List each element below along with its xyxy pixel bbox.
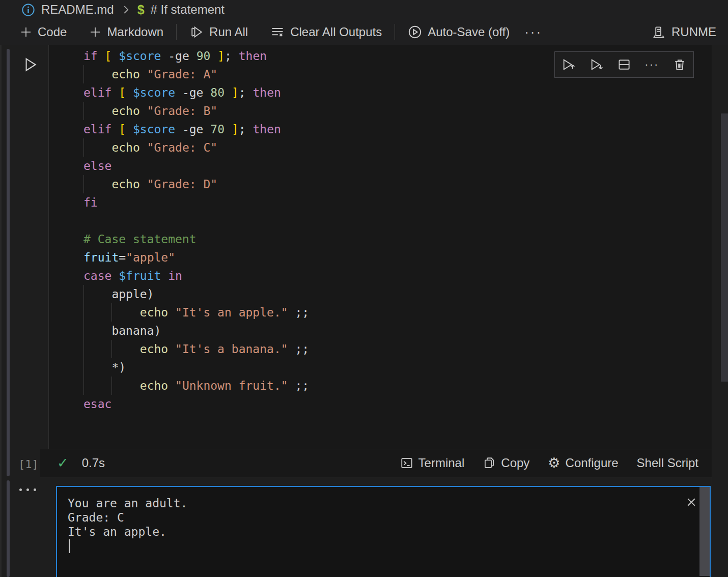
- terminal-line: It's an apple.: [68, 525, 187, 539]
- notebook-area: if [ $score -ge 90 ]; then echo "Grade: …: [0, 45, 728, 577]
- code-line: else: [49, 157, 712, 175]
- code-line: echo "Unknown fruit." ;;: [49, 377, 712, 395]
- runme-logo-icon: [652, 25, 666, 39]
- output-collapse-button[interactable]: [19, 488, 36, 491]
- indent-guide: [111, 340, 112, 358]
- cell-more-actions-button[interactable]: ···: [641, 54, 662, 75]
- execute-below-button[interactable]: [586, 54, 607, 75]
- indent-guide: [83, 102, 84, 120]
- copy-icon: [483, 456, 496, 470]
- execution-duration: 0.7s: [82, 456, 105, 470]
- shell-cell-symbol: $: [137, 3, 145, 17]
- runme-button[interactable]: RUNME: [644, 22, 724, 42]
- code-line: esac: [49, 395, 712, 413]
- chevron-right-icon: [120, 4, 131, 15]
- run-cell-button[interactable]: [20, 55, 40, 74]
- indent-guide: [83, 65, 84, 83]
- cell-action-toolbar: ···: [554, 51, 694, 78]
- toolbar-divider: [176, 24, 177, 40]
- terminal-button[interactable]: Terminal: [400, 456, 465, 470]
- plus-icon: [89, 26, 101, 38]
- add-markdown-cell-button[interactable]: Markdown: [81, 22, 171, 42]
- terminal-cursor: [69, 539, 70, 553]
- cell-output-terminal[interactable]: You are an adult.Grade: CIt's an apple.: [56, 486, 711, 577]
- terminal-line: You are an adult.: [68, 496, 187, 510]
- indent-guide: [111, 303, 112, 322]
- code-line: fi: [49, 193, 712, 212]
- info-icon[interactable]: [21, 3, 35, 17]
- clear-all-outputs-label: Clear All Outputs: [290, 25, 382, 39]
- auto-save-button[interactable]: Auto-Save (off): [400, 22, 517, 42]
- language-label: Shell Script: [637, 456, 698, 470]
- run-all-button[interactable]: Run All: [182, 22, 256, 42]
- split-cell-button[interactable]: [614, 54, 634, 75]
- add-code-label: Code: [38, 25, 67, 39]
- code-line: fruit="apple": [49, 248, 712, 267]
- indent-guide: [83, 285, 84, 395]
- configure-button[interactable]: ⚙ Configure: [548, 456, 618, 470]
- copy-button[interactable]: Copy: [483, 456, 529, 470]
- top-bar: README.md $ # If statement Code Markdown: [0, 0, 728, 45]
- terminal-label: Terminal: [418, 456, 465, 470]
- breadcrumb-cell-title[interactable]: # If statement: [151, 3, 225, 17]
- execute-above-button[interactable]: [558, 54, 579, 75]
- code-content: if [ $score -ge 90 ]; then echo "Grade: …: [49, 47, 712, 413]
- run-all-icon: [189, 25, 204, 39]
- code-line: *): [49, 358, 712, 377]
- plus-icon: [20, 26, 32, 38]
- indent-guide: [83, 175, 84, 193]
- add-code-cell-button[interactable]: Code: [12, 22, 74, 42]
- code-line: apple): [49, 285, 712, 303]
- code-line: echo "Grade: D": [49, 175, 712, 193]
- clear-all-outputs-button[interactable]: Clear All Outputs: [263, 22, 389, 42]
- output-scrollbar[interactable]: [699, 487, 710, 576]
- code-line: # Case statement: [49, 230, 712, 248]
- terminal-line: Grade: C: [68, 510, 187, 525]
- code-line: case $fruit in: [49, 267, 712, 285]
- code-line: elif [ $score -ge 80 ]; then: [49, 83, 712, 102]
- toolbar-more-button[interactable]: ···: [517, 24, 549, 40]
- notebook-scrollbar-thumb[interactable]: [721, 113, 728, 382]
- breadcrumb: README.md $ # If statement: [21, 0, 225, 19]
- gear-icon: ⚙: [548, 456, 560, 470]
- output-focus-indicator[interactable]: [7, 480, 10, 577]
- success-check-icon: ✓: [57, 455, 69, 471]
- code-line: [49, 212, 712, 230]
- terminal-output-text: You are an adult.Grade: CIt's an apple.: [68, 496, 187, 539]
- cell-code-editor[interactable]: if [ $score -ge 90 ]; then echo "Grade: …: [48, 45, 712, 449]
- code-line: echo "It's a banana." ;;: [49, 340, 712, 358]
- configure-label: Configure: [566, 456, 619, 470]
- notebook-left-edge: [0, 45, 2, 577]
- add-markdown-label: Markdown: [107, 25, 163, 39]
- cell-status-bar: ✓ 0.7s Terminal: [40, 449, 712, 477]
- close-output-button[interactable]: [685, 496, 697, 508]
- code-line: echo "Grade: B": [49, 102, 712, 120]
- execution-count-label: [1]: [18, 458, 39, 471]
- run-all-label: Run All: [209, 25, 248, 39]
- code-line: elif [ $score -ge 70 ]; then: [49, 120, 712, 138]
- language-picker[interactable]: Shell Script: [637, 456, 698, 470]
- auto-save-label: Auto-Save (off): [428, 25, 510, 39]
- copy-label: Copy: [501, 456, 529, 470]
- code-line: banana): [49, 322, 712, 340]
- runme-label: RUNME: [671, 25, 716, 39]
- terminal-icon: [400, 456, 413, 470]
- notebook-scrollbar-track: [712, 45, 712, 577]
- indent-guide: [111, 377, 112, 395]
- indent-guide: [83, 138, 84, 157]
- code-line: echo "It's an apple." ;;: [49, 303, 712, 322]
- notebook-toolbar: Code Markdown Run All: [12, 19, 728, 45]
- delete-cell-button[interactable]: [669, 54, 690, 75]
- play-circle-icon: [408, 25, 422, 39]
- toolbar-divider: [395, 24, 395, 40]
- breadcrumb-file[interactable]: README.md: [41, 3, 114, 17]
- cell-focus-indicator[interactable]: [7, 49, 10, 476]
- clear-all-outputs-icon: [270, 25, 285, 39]
- code-line: echo "Grade: C": [49, 138, 712, 157]
